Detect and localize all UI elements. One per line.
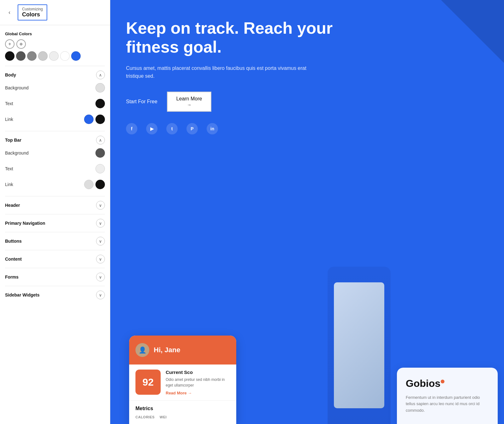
metrics-section: Metrics CALORIES WEI (129, 400, 236, 424)
panel-title-sub: Customizing (22, 7, 43, 11)
color-swatches (5, 51, 105, 61)
header-title: Header (5, 203, 20, 208)
sidebar-widgets-accordion-header[interactable]: Sidebar Widgets ∨ (5, 290, 105, 300)
content-chevron[interactable]: ∨ (96, 255, 105, 263)
body-accordion-header[interactable]: Body ∧ (5, 70, 105, 80)
body-text-row: Text (5, 96, 105, 111)
linkedin-icon[interactable]: in (207, 123, 218, 134)
body-title: Body (5, 72, 16, 77)
app-card-main: 👤 Hi, Jane 92 Current Sco Odio amet pret… (129, 336, 236, 424)
global-colors-label: Global Colors (5, 31, 105, 36)
start-free-button[interactable]: Start For Free (126, 99, 158, 105)
read-more-link[interactable]: Read More → (166, 391, 230, 395)
learn-more-label: Learn More (176, 96, 202, 102)
sidebar-widgets-section: Sidebar Widgets ∨ (5, 286, 105, 304)
content-accordion-header[interactable]: Content ∨ (5, 254, 105, 264)
metric-weight: WEI (160, 415, 167, 419)
topbar-text-color[interactable] (95, 164, 105, 173)
hero-title: Keep on track. Reach your fitness goal. (126, 19, 346, 57)
buttons-accordion-header[interactable]: Buttons ∨ (5, 236, 105, 246)
body-link-row: Link (5, 111, 105, 127)
header-section: Header ∨ (5, 196, 105, 214)
topbar-text-circles (95, 164, 105, 173)
body-section: Body ∧ Background Text Link (5, 66, 105, 131)
body-link-circles (84, 115, 105, 124)
swatch-black[interactable] (5, 51, 14, 61)
body-background-circles (95, 83, 105, 93)
primary-nav-title: Primary Navigation (5, 221, 45, 226)
body-link-color1[interactable] (84, 115, 94, 124)
gobios-name: Gobios (406, 378, 440, 389)
add-color-button[interactable]: + (5, 39, 14, 49)
back-button[interactable]: ‹ (5, 8, 14, 17)
gobios-logo: Gobios (406, 378, 489, 389)
metric-calories: CALORIES (135, 415, 155, 419)
topbar-accordion-header[interactable]: Top Bar ∧ (5, 135, 105, 145)
header-accordion-header[interactable]: Header ∨ (5, 200, 105, 210)
swatch-medium-gray[interactable] (27, 51, 37, 61)
facebook-icon[interactable]: f (126, 123, 137, 134)
card-greeting: Hi, Jane (154, 346, 180, 354)
header-chevron[interactable]: ∨ (96, 201, 105, 210)
forms-accordion-header[interactable]: Forms ∨ (5, 272, 105, 282)
runner-figure (334, 282, 384, 408)
avatar: 👤 (135, 343, 149, 357)
score-title: Current Sco (166, 370, 230, 375)
sidebar-widgets-title: Sidebar Widgets (5, 292, 40, 297)
topbar-link-color1[interactable] (84, 180, 94, 189)
right-panel: Keep on track. Reach your fitness goal. … (110, 0, 504, 424)
topbar-link-label: Link (5, 182, 13, 187)
swatch-blue[interactable] (71, 51, 81, 61)
topbar-link-color2[interactable] (95, 180, 105, 189)
sidebar-widgets-chevron[interactable]: ∨ (96, 291, 105, 299)
topbar-section: Top Bar ∧ Background Text Link (5, 131, 105, 196)
swatch-white[interactable] (60, 51, 70, 61)
metrics-cols: CALORIES WEI (135, 415, 230, 419)
topbar-chevron[interactable]: ∧ (96, 136, 105, 144)
twitter-icon[interactable]: t (166, 123, 178, 134)
panel-header: ‹ Customizing Colors (0, 0, 110, 25)
learn-more-button[interactable]: Learn More → (167, 92, 212, 112)
hero-subtitle: Cursus amet, mattis placerat convallis l… (126, 64, 309, 80)
forms-chevron[interactable]: ∨ (96, 273, 105, 281)
content-title: Content (5, 257, 22, 262)
primary-nav-accordion-header[interactable]: Primary Navigation ∨ (5, 218, 105, 228)
topbar-background-label: Background (5, 150, 29, 155)
pinterest-icon[interactable]: P (186, 123, 198, 134)
forms-section: Forms ∨ (5, 268, 105, 286)
global-colors-row: + ⊕ (5, 39, 105, 49)
topbar-title: Top Bar (5, 138, 21, 143)
buttons-chevron[interactable]: ∨ (96, 237, 105, 246)
card-score-row: 92 Current Sco Odio amet pretiur sed nib… (129, 365, 236, 400)
youtube-icon[interactable]: ▶ (146, 123, 158, 134)
primary-nav-chevron[interactable]: ∨ (96, 219, 105, 228)
swatch-light-gray[interactable] (38, 51, 48, 61)
body-text-color[interactable] (95, 99, 105, 108)
gobios-desc: Fermentum ut in interdum parturient odio… (406, 394, 489, 414)
body-text-label: Text (5, 101, 13, 106)
add-color-alt-button[interactable]: ⊕ (16, 39, 26, 49)
panel-title-box: Customizing Colors (18, 4, 47, 20)
cards-area: 👤 Hi, Jane 92 Current Sco Odio amet pret… (129, 204, 504, 424)
swatch-lighter-gray[interactable] (49, 51, 59, 61)
buttons-title: Buttons (5, 239, 22, 244)
metrics-title: Metrics (135, 406, 230, 411)
topbar-background-color[interactable] (95, 148, 105, 158)
body-background-label: Background (5, 85, 29, 90)
primary-nav-section: Primary Navigation ∨ (5, 214, 105, 232)
swatch-dark-gray[interactable] (16, 51, 26, 61)
topbar-text-label: Text (5, 166, 13, 171)
body-background-row: Background (5, 80, 105, 96)
gobios-dot (441, 380, 444, 383)
body-link-color2[interactable] (95, 115, 105, 124)
body-background-color[interactable] (95, 83, 105, 93)
topbar-link-circles (84, 180, 105, 189)
body-chevron[interactable]: ∧ (96, 71, 105, 79)
learn-more-arrow: → (187, 102, 191, 107)
panel-body: Global Colors + ⊕ Body ∧ Background (0, 25, 110, 424)
body-link-label: Link (5, 117, 13, 122)
triangle-decoration (441, 0, 504, 63)
topbar-link-row: Link (5, 177, 105, 192)
forms-title: Forms (5, 274, 19, 280)
score-info: Current Sco Odio amet pretiur sed nibh m… (166, 370, 230, 395)
